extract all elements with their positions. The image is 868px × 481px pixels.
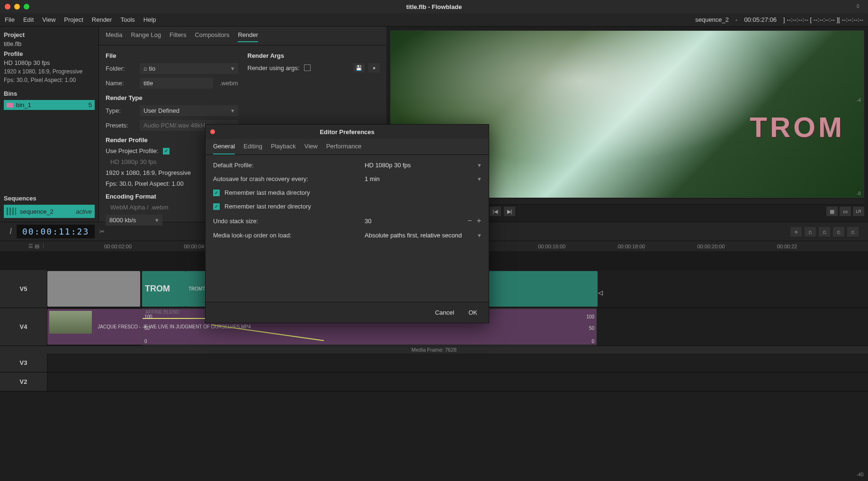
layout-icon[interactable]: ▦ [826,207,838,216]
ruler-tools-icon[interactable]: ☰ ▤ ⋮ [28,243,46,249]
cancel-button[interactable]: Cancel [435,309,454,316]
dtab-view[interactable]: View [304,143,318,154]
chevron-down-icon: ▾ [231,65,234,72]
default-profile-dropdown[interactable]: HD 1080p 30 fps ▾ [365,162,481,169]
chevron-down-icon: ▾ [478,175,481,182]
remember-media-label: Remember last media directory [224,189,310,196]
use-project-label: Use Project Profile: [106,147,158,154]
folder-label: Folder: [106,65,135,72]
close-icon[interactable] [5,4,10,9]
next-button[interactable]: ▶| [504,207,515,216]
timecode-display[interactable]: 00:00:11:23 [17,225,95,238]
type-label: Type: [106,107,135,114]
track-v2: V2 [0,372,868,391]
undo-stepper[interactable]: 30 − + [365,217,481,225]
dtab-performance[interactable]: Performance [326,143,361,154]
lookup-value: Absolute paths first, relative second [365,232,462,239]
status-marks: ] --:--:--:-- [ --:--:--:-- ][ --:--:--:… [783,16,863,23]
clip-thumbnail [49,311,92,334]
refresh-args-icon[interactable]: ● [368,63,380,73]
render-args-label: Render using args: [248,64,300,72]
track-body-v2[interactable] [47,372,868,391]
track-head-v4[interactable]: V4 [0,308,47,345]
dtab-editing[interactable]: Editing [243,143,262,154]
menu-edit[interactable]: Edit [23,16,34,23]
keyframe-line[interactable] [211,324,323,341]
track-head-v2[interactable]: V2 [0,372,47,391]
tool-insert-icon[interactable]: I [9,227,12,236]
menu-view[interactable]: View [42,16,55,23]
chevron-down-icon: ▾ [478,162,481,169]
preview-overlay-text: TROM [750,111,845,144]
tab-media[interactable]: Media [106,31,122,42]
profile-name: HD 1080p 30 fps [4,59,95,66]
edit-tool-3[interactable]: ⎌ [833,227,844,236]
bins-heading: Bins [4,90,95,97]
clip-trom[interactable]: TROM [142,271,186,307]
edit-tool-1[interactable]: ⎌ [805,227,816,236]
prev-button[interactable]: |◀ [490,207,501,216]
window-title: title.flb - Flowblade [406,3,462,10]
remember-render-checkbox[interactable]: ✓ [213,203,220,210]
remember-render-label: Remember last render directory [224,203,311,210]
menu-file[interactable]: File [5,16,15,23]
dialog-close-icon[interactable] [210,129,215,134]
menu-project[interactable]: Project [64,16,83,23]
profile-geom: 1920 x 1080, 16:9, Progressive [4,68,95,75]
tab-rangelog[interactable]: Range Log [131,31,161,42]
clip-handle-icon[interactable]: ◁ [598,289,603,296]
menubar: File Edit View Project Render Tools Help… [0,13,868,27]
ok-button[interactable]: OK [468,309,477,316]
bin-count: 5 [89,101,92,109]
tab-filters[interactable]: Filters [170,31,186,42]
edit-tool-2[interactable]: ⎌ [819,227,830,236]
name-field[interactable]: title [140,78,213,89]
folder-dropdown[interactable]: ⌂ tio ▾ [140,63,238,74]
trim-icon[interactable]: ▭ [840,207,851,216]
audio-meter: 0 -4 -8 -12 -20 -40 [857,4,864,477]
menu-render[interactable]: Render [92,16,112,23]
maximize-icon[interactable] [24,4,29,9]
minimize-icon[interactable] [14,4,20,9]
sequence-row[interactable]: sequence_2 active [4,205,95,218]
bin-row[interactable]: bin_1 5 [4,100,95,110]
presets-value: Audio PCM/.wav 48kHz [143,122,208,129]
folder-value: tio [149,65,155,72]
dtab-general[interactable]: General [213,143,235,154]
bin-name: bin_1 [16,101,31,109]
titlebar: title.flb - Flowblade [0,0,868,13]
dialog-title: Editor Preferences [320,128,375,136]
presets-label: Presets: [106,122,135,129]
sequence-status: active [76,208,92,215]
menu-tools[interactable]: Tools [120,16,134,23]
sequence-name: sequence_2 [20,208,54,215]
autosave-dropdown[interactable]: 1 min ▾ [365,175,481,182]
use-project-checkbox[interactable]: ✓ [163,148,170,154]
chevron-down-icon: ▾ [231,107,234,114]
tab-compositors[interactable]: Compositors [195,31,229,42]
save-args-icon[interactable]: 💾 [353,63,365,73]
cut-tool-icon[interactable]: ✂ [99,228,105,235]
remember-media-checkbox[interactable]: ✓ [213,190,220,196]
render-args-checkbox[interactable] [304,64,311,71]
lookup-dropdown[interactable]: Absolute paths first, relative second ▾ [365,232,481,239]
type-dropdown[interactable]: User Defined ▾ [140,105,238,116]
sequence-icon [7,208,16,215]
bitrate-dropdown[interactable]: 8000 kb/s ▾ [106,215,162,226]
track-head-v3[interactable]: V3 [0,354,47,372]
clip-gray[interactable] [47,271,140,307]
insert-clip-icon[interactable]: ⎆ [790,227,802,236]
tab-render[interactable]: Render [238,31,258,42]
undo-value: 30 [365,218,371,225]
track-head-v5[interactable]: V5 [0,270,47,308]
stepper-plus-icon[interactable]: + [477,217,481,225]
media-frame-status: Media Frame: 7628 [0,346,868,354]
type-heading: Render Type [106,94,238,101]
autosave-value: 1 min [365,175,380,182]
status-timecode: 00:05:27:06 [744,16,777,23]
stepper-minus-icon[interactable]: − [467,217,472,225]
menu-help[interactable]: Help [143,16,156,23]
status-sequence: sequence_2 [695,16,729,23]
track-body-v3[interactable] [47,354,868,372]
dtab-playback[interactable]: Playback [271,143,296,154]
